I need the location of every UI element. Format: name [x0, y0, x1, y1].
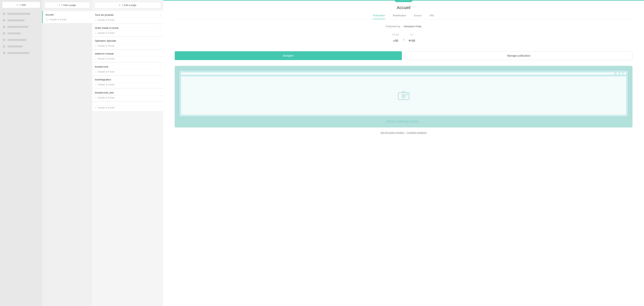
variations-link: See the active variation - 2 existing va…	[175, 131, 632, 134]
skeleton-bar	[7, 46, 23, 48]
manage-publication-button[interactable]: Manage publication	[405, 51, 632, 60]
sidebar-col2: + + Add a page Accueil ◯ Header & Footer	[42, 0, 92, 306]
col3-item-footer: ○ Header & Footer	[92, 44, 163, 49]
user-icon: ◯	[46, 18, 48, 21]
camera-placeholder	[398, 91, 409, 100]
footer-label: Header & Footer	[98, 58, 115, 60]
arrow-icon: ›	[403, 37, 404, 42]
chevron-right-icon: ›	[160, 13, 160, 16]
tab-source[interactable]: Source	[414, 14, 422, 19]
footer-label: Header & Footer	[98, 32, 115, 34]
col3-item-header: breadcrumb ›	[92, 63, 163, 69]
plus-icon: +	[119, 4, 120, 6]
user-icon: ○	[95, 18, 96, 22]
designer-button[interactable]: Designer	[175, 51, 402, 60]
camera-icon	[398, 91, 409, 100]
shoot-label: shoot coming soon...	[386, 119, 422, 124]
user-icon: ○	[95, 96, 96, 99]
page-name: breadcrumb	[95, 65, 108, 68]
tab-modification[interactable]: Modification	[393, 14, 406, 19]
svg-rect-3	[406, 94, 408, 95]
col2-item-footer: ◯ Header & Footer	[43, 17, 92, 23]
address-bar	[181, 72, 614, 75]
col2-add-button[interactable]: + + Add a page	[44, 2, 90, 8]
col3-item-header: Outils d'aide à l'achat ›	[92, 24, 163, 30]
col3-item-header: weberror-module	[92, 50, 163, 56]
col1-skeleton-list	[0, 10, 42, 56]
col3-item-footer: ○ Header & Footer	[92, 82, 163, 88]
list-item[interactable]: ○ Header & Footer	[92, 102, 163, 111]
existing-variations-link[interactable]: 2 existing variations	[406, 131, 427, 134]
footer-label: Header & Footer	[98, 18, 115, 21]
skeleton-bar	[7, 20, 24, 21]
right-panel: Published Accueil Publication Modificati…	[163, 0, 644, 306]
skeleton-circle	[3, 26, 6, 28]
chevron-right-icon: ›	[160, 65, 160, 68]
col1-add-button[interactable]: + + Add	[2, 2, 40, 8]
plus-icon: +	[16, 4, 18, 6]
list-item[interactable]: Outils d'aide à l'achat › ○ Header & Foo…	[92, 24, 163, 37]
skeleton-row	[0, 37, 42, 43]
from-value: -∞	[392, 38, 399, 44]
svg-point-2	[403, 96, 404, 97]
list-item[interactable]: Tous les produits › ○ Header & Footer	[92, 11, 163, 24]
sidebar-col3: + + Add a page Tous les produits › ○ Hea…	[92, 0, 163, 306]
footer-label: Header & Footer	[98, 106, 115, 109]
tab-publication[interactable]: Publication	[373, 14, 385, 19]
date-range: From -∞ › To +∞	[175, 34, 632, 44]
col2-page-item[interactable]: Accueil ◯ Header & Footer	[42, 11, 92, 23]
active-variation-link[interactable]: See the active variation	[380, 131, 404, 134]
col3-item-footer: ○ Header & Footer	[92, 30, 163, 36]
skeleton-circle	[3, 12, 6, 15]
tab-url[interactable]: URL	[429, 14, 434, 19]
footer-label: Header & Footer	[98, 96, 115, 99]
list-item[interactable]: breadcrumb_test › ○ Header & Footer	[92, 89, 163, 101]
list-item[interactable]: Opération Spéciale ○ Header & Footer	[92, 37, 163, 50]
user-icon: ○	[95, 106, 96, 109]
col2-add-label: + Add a page	[61, 4, 76, 6]
list-item[interactable]: weberror-module ○ Header & Footer	[92, 50, 163, 62]
chevron-right-icon: ›	[160, 26, 160, 29]
separator: -	[405, 131, 406, 134]
svg-point-1	[402, 94, 405, 98]
footer-label: Header & Footer	[98, 70, 115, 73]
col3-item-header: breadcrumb_test ›	[92, 89, 163, 95]
col1-add-label: + Add	[19, 4, 26, 6]
col3-item-footer: ○ Header & Footer	[92, 105, 163, 111]
list-item[interactable]: breadcrumb › ○ Header & Footer	[92, 63, 163, 76]
panel-title: Accueil	[163, 5, 644, 10]
skeleton-bar	[7, 32, 21, 34]
to-label: To	[408, 34, 415, 36]
page-name: tutoIntegrateur	[95, 78, 111, 81]
col2-item-name: Accueil	[46, 13, 54, 16]
browser-circle	[616, 72, 619, 75]
skeleton-circle	[3, 45, 6, 48]
skeleton-bar	[7, 39, 26, 41]
skeleton-circle	[3, 38, 6, 41]
browser-bar	[181, 72, 626, 75]
page-name: Opération Spéciale	[95, 39, 116, 42]
col3-item-footer: ○ Header & Footer	[92, 95, 163, 101]
sidebar-col1: + + Add	[0, 0, 42, 306]
col2-item-header: Accueil	[43, 11, 92, 17]
footer-label: Header & Footer	[98, 44, 115, 47]
skeleton-circle	[3, 19, 6, 22]
published-badge: Published	[394, 0, 412, 2]
browser-circle	[620, 72, 622, 75]
col3-item-footer: ○ Header & Footer	[92, 56, 163, 62]
skeleton-row	[0, 24, 42, 30]
chevron-right-icon: ›	[160, 91, 160, 94]
skeleton-row	[0, 43, 42, 50]
to-value: +∞	[408, 38, 415, 44]
skeleton-row	[0, 10, 42, 17]
published-by: Published by : Sébastien Poilly	[175, 25, 632, 28]
skeleton-circle	[3, 52, 6, 54]
user-icon: ○	[95, 44, 96, 48]
page-name: breadcrumb_test	[95, 91, 114, 94]
col3-add-label: + Add a page	[122, 4, 136, 6]
col3-item-header: tutoIntegrateur	[92, 76, 163, 82]
col3-add-button[interactable]: + + Add a page	[94, 2, 161, 8]
col3-item-header	[92, 102, 163, 105]
preview-thumbnail: shoot coming soon...	[175, 66, 632, 128]
list-item[interactable]: tutoIntegrateur ○ Header & Footer	[92, 76, 163, 88]
